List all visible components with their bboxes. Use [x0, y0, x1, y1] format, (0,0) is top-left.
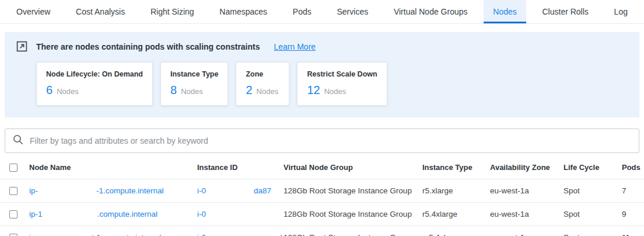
pods-cell: 11 — [622, 233, 644, 236]
filter-search-bar — [5, 129, 639, 153]
virtual-node-group-cell: 128Gb Root Storage Instance Group — [284, 233, 422, 236]
tab-cost-analysis[interactable]: Cost Analysis — [66, 0, 134, 23]
select-all-checkbox[interactable] — [9, 164, 18, 172]
life-cycle-cell: Spot — [564, 186, 622, 195]
availability-zone-cell: eu-west-1c — [490, 233, 564, 236]
card-instance-type[interactable]: Instance Type 8 Nodes — [160, 62, 228, 106]
header-life-cycle: Life Cycle — [564, 163, 622, 172]
header-node-name: Node Name — [29, 163, 197, 172]
tab-nodes[interactable]: Nodes — [484, 0, 526, 23]
instance-id-link[interactable]: i-0 — [197, 210, 206, 218]
redaction-box — [206, 190, 254, 191]
node-name-link[interactable]: ip- — [29, 186, 38, 195]
card-restrict-scale-down[interactable]: Restrict Scale Down 12 Nodes — [297, 62, 387, 106]
redaction-box — [43, 214, 97, 214]
header-availability-zone: Availability Zone — [490, 163, 564, 172]
redaction-box — [206, 214, 279, 214]
header-virtual-node-group: Virtual Node Group — [284, 163, 422, 172]
life-cycle-cell: Spot — [564, 210, 622, 218]
card-label: Instance Type — [170, 70, 218, 78]
card-label: Zone — [246, 70, 279, 78]
search-input[interactable] — [30, 136, 631, 145]
header-instance-type: Instance Type — [422, 163, 490, 172]
card-zone[interactable]: Zone 2 Nodes — [236, 62, 289, 106]
card-unit: Nodes — [181, 87, 203, 96]
tab-right-sizing[interactable]: Right Sizing — [141, 0, 204, 23]
instance-id-link[interactable]: i-0 — [197, 186, 206, 195]
tab-virtual-node-groups[interactable]: Virtual Node Groups — [384, 0, 477, 23]
tab-pods[interactable]: Pods — [284, 0, 321, 23]
table-row: ip- -1.compute.internal i-0 da87 128Gb R… — [0, 179, 644, 203]
availability-zone-cell: eu-west-1a — [490, 186, 564, 195]
row-checkbox[interactable] — [9, 210, 18, 218]
card-count: 2 — [246, 84, 252, 97]
card-unit: Nodes — [324, 87, 346, 96]
instance-id-link[interactable]: da87 — [254, 186, 271, 195]
card-unit: Nodes — [257, 87, 279, 96]
virtual-node-group-cell: 128Gb Root Storage Instance Group — [284, 210, 422, 218]
node-name-link[interactable]: -1.compute.internal — [96, 186, 164, 195]
nodes-table: Node Name Instance ID Virtual Node Group… — [0, 156, 644, 236]
availability-zone-cell: eu-west-1a — [490, 210, 564, 218]
scale-out-arrow-icon — [16, 41, 27, 52]
banner-message: There are nodes containing pods with sca… — [36, 42, 260, 51]
card-label: Restrict Scale Down — [307, 70, 377, 78]
table-header-row: Node Name Instance ID Virtual Node Group… — [0, 156, 644, 179]
search-icon — [13, 134, 23, 147]
redaction-box — [38, 190, 96, 191]
node-name-link[interactable]: .compute.internal — [97, 210, 158, 218]
virtual-node-group-cell: 128Gb Root Storage Instance Group — [284, 186, 422, 195]
tab-bar: Overview Cost Analysis Right Sizing Name… — [0, 0, 644, 24]
node-name-link[interactable]: t-1.compute.internal — [92, 233, 161, 236]
tab-log[interactable]: Log — [605, 0, 637, 23]
card-unit: Nodes — [57, 87, 79, 96]
instance-type-cell: r5.xlarge — [422, 186, 490, 195]
life-cycle-cell: Spot — [564, 233, 622, 236]
tab-cluster-rolls[interactable]: Cluster Rolls — [533, 0, 597, 23]
instance-id-link[interactable]: d — [278, 233, 282, 236]
tab-namespaces[interactable]: Namespaces — [210, 0, 276, 23]
row-checkbox[interactable] — [9, 187, 18, 195]
node-name-link[interactable]: ip-1 — [29, 210, 43, 218]
card-count: 8 — [170, 84, 177, 97]
tab-overview[interactable]: Overview — [7, 0, 60, 23]
card-count: 12 — [307, 84, 320, 97]
header-pods: Pods — [622, 163, 644, 172]
instance-id-link[interactable]: i-0 — [197, 233, 206, 236]
row-checkbox[interactable] — [9, 234, 18, 236]
tab-services[interactable]: Services — [327, 0, 377, 23]
table-row: ip-1 .compute.internal i-0 128Gb Root St… — [0, 203, 644, 226]
card-label: Node Lifecycle: On Demand — [46, 70, 143, 78]
instance-type-cell: m5.4xlarge — [422, 233, 490, 236]
learn-more-link[interactable]: Learn More — [274, 42, 316, 51]
card-node-lifecycle-on-demand[interactable]: Node Lifecycle: On Demand 6 Nodes — [36, 62, 153, 106]
header-instance-id: Instance ID — [197, 163, 284, 172]
table-row: ip- t-1.compute.internal i-0 d 128Gb Roo… — [0, 226, 644, 236]
instance-type-cell: r5.4xlarge — [422, 210, 490, 218]
pods-cell: 7 — [622, 186, 644, 195]
scaling-constraints-banner: There are nodes containing pods with sca… — [5, 32, 639, 117]
pods-cell: 9 — [622, 210, 644, 218]
card-count: 6 — [46, 84, 52, 97]
constraint-cards: Node Lifecycle: On Demand 6 Nodes Instan… — [36, 62, 628, 106]
node-name-link[interactable]: ip- — [29, 233, 38, 236]
